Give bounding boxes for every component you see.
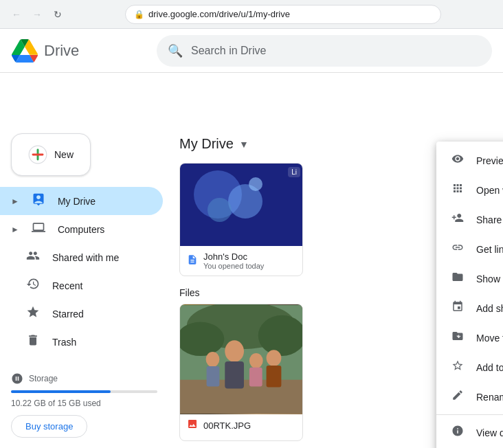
my-drive-label: My Drive xyxy=(58,196,96,207)
file-meta: John's Doc You opened today xyxy=(203,251,295,270)
storage-label: Storage xyxy=(11,372,157,385)
shared-icon xyxy=(25,249,41,266)
lock-icon: 🔒 xyxy=(134,10,144,19)
back-button[interactable]: ← xyxy=(8,6,25,23)
storage-text: Storage xyxy=(29,374,58,383)
nav-buttons: ← → ↻ xyxy=(8,6,66,23)
sidebar-item-shared[interactable]: Shared with me xyxy=(0,243,163,271)
menu-item-rename[interactable]: Rename xyxy=(436,382,503,412)
storage-bar-fill xyxy=(11,390,111,393)
new-plus-icon xyxy=(28,145,47,164)
my-drive-icon xyxy=(30,192,47,210)
rename-icon xyxy=(450,389,465,405)
get-link-label: Get link xyxy=(476,244,503,255)
folder-icon xyxy=(450,271,465,287)
view-details-label: View details xyxy=(476,427,503,438)
svg-rect-11 xyxy=(207,366,220,387)
open-with-icon xyxy=(450,182,465,198)
menu-item-add-shortcut[interactable]: Add shortcut to Drive ⓘ xyxy=(436,293,503,323)
new-button-label: New xyxy=(54,149,74,160)
menu-item-preview[interactable]: Preview xyxy=(436,146,503,175)
buy-storage-button[interactable]: Buy storage xyxy=(11,415,87,438)
photo-image xyxy=(180,304,302,414)
menu-item-show-location[interactable]: Show file location xyxy=(436,264,503,293)
menu-item-view-details[interactable]: View details xyxy=(436,418,503,447)
browser-chrome: ← → ↻ 🔒 drive.google.com/drive/u/1/my-dr… xyxy=(0,0,503,29)
star-icon xyxy=(450,359,465,375)
svg-rect-13 xyxy=(249,368,262,387)
sidebar: New ► My Drive ► Computers Shared with m… xyxy=(0,73,168,448)
share-label: Share xyxy=(476,214,502,225)
svg-rect-9 xyxy=(225,361,244,389)
url-text: drive.google.com/drive/u/1/my-drive xyxy=(148,9,290,19)
photo-thumbnail xyxy=(180,304,302,414)
storage-bar-container xyxy=(11,390,157,393)
file-date: You opened today xyxy=(203,262,295,270)
info-icon xyxy=(450,425,465,440)
add-starred-label: Add to Starred xyxy=(476,362,503,373)
photo-file-card[interactable]: 00RTK.JPG xyxy=(179,304,303,441)
arrow-icon: ► xyxy=(11,225,19,234)
storage-section: Storage 10.22 GB of 15 GB used Buy stora… xyxy=(0,361,168,448)
context-menu: Preview Open with › Share Get link xyxy=(436,142,503,448)
file-info: John's Doc You opened today xyxy=(180,246,302,276)
starred-icon xyxy=(25,305,41,322)
recent-label: Recent xyxy=(52,280,82,291)
search-placeholder: Search in Drive xyxy=(191,45,266,57)
new-button[interactable]: New xyxy=(11,133,91,176)
menu-item-get-link[interactable]: Get link xyxy=(436,234,503,264)
starred-label: Starred xyxy=(52,309,84,320)
add-shortcut-label: Add shortcut to Drive xyxy=(476,303,503,314)
shortcut-icon xyxy=(450,300,465,316)
storage-icon xyxy=(11,372,23,385)
photo-file-name: 00RTK.JPG xyxy=(203,421,251,431)
rename-label: Rename xyxy=(476,392,503,403)
main-content: My Drive ▼ Li xyxy=(168,73,503,448)
menu-divider-1 xyxy=(436,414,503,415)
svg-point-12 xyxy=(249,353,263,368)
sidebar-item-computers[interactable]: ► Computers xyxy=(0,215,163,243)
storage-used-text: 10.22 GB of 15 GB used xyxy=(11,399,157,408)
shared-label: Shared with me xyxy=(52,252,119,263)
arrow-icon: ► xyxy=(11,197,19,206)
photo-file-icon xyxy=(187,418,198,432)
recent-icon xyxy=(25,277,41,294)
svg-point-8 xyxy=(225,340,244,362)
menu-item-move-to[interactable]: Move to xyxy=(436,323,503,352)
link-icon xyxy=(450,241,465,257)
menu-item-open-with[interactable]: Open with › xyxy=(436,175,503,205)
move-to-label: Move to xyxy=(476,333,503,344)
photo-info: 00RTK.JPG xyxy=(180,414,302,436)
drive-dropdown-icon[interactable]: ▼ xyxy=(239,139,249,150)
forward-button[interactable]: → xyxy=(29,6,45,23)
sidebar-item-starred[interactable]: Starred xyxy=(0,300,163,328)
svg-rect-15 xyxy=(267,366,282,388)
menu-item-add-starred[interactable]: Add to Starred xyxy=(436,352,503,382)
search-bar[interactable]: 🔍 Search in Drive xyxy=(157,35,492,67)
computers-label: Computers xyxy=(58,224,104,235)
file-thumbnail: Li xyxy=(180,164,303,246)
svg-rect-16 xyxy=(188,420,197,428)
recent-file-card[interactable]: Li John's Doc You opened today xyxy=(179,163,303,276)
sidebar-item-my-drive[interactable]: ► My Drive xyxy=(0,187,163,215)
svg-point-10 xyxy=(206,352,220,367)
app-container: New ► My Drive ► Computers Shared with m… xyxy=(0,73,503,448)
computers-icon xyxy=(30,221,47,238)
preview-icon xyxy=(450,153,465,168)
share-icon xyxy=(450,212,465,227)
address-bar[interactable]: 🔒 drive.google.com/drive/u/1/my-drive xyxy=(125,5,441,24)
drive-title: My Drive xyxy=(179,136,234,152)
sidebar-item-recent[interactable]: Recent xyxy=(0,271,163,300)
svg-point-14 xyxy=(267,350,282,366)
open-with-label: Open with xyxy=(476,185,503,196)
sidebar-item-trash[interactable]: Trash xyxy=(0,328,163,356)
reload-button[interactable]: ↻ xyxy=(49,6,66,23)
drive-logo-icon xyxy=(11,39,38,63)
trash-label: Trash xyxy=(52,337,76,348)
doc-file-icon xyxy=(187,254,198,268)
app-title: Drive xyxy=(44,42,79,60)
logo-area: Drive xyxy=(11,39,148,63)
move-icon xyxy=(450,330,465,346)
menu-item-share[interactable]: Share xyxy=(436,205,503,234)
trash-icon xyxy=(25,333,41,350)
